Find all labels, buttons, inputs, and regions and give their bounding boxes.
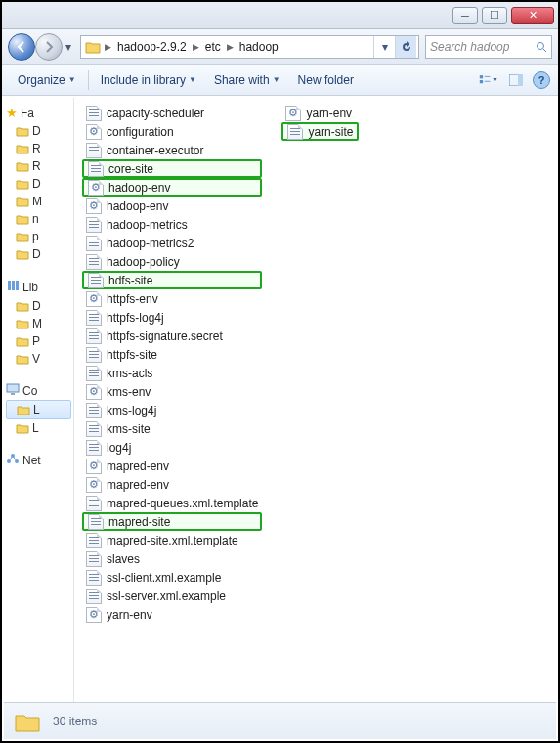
breadcrumb-item[interactable]: hadoop-2.9.2 bbox=[113, 40, 191, 54]
file-icon bbox=[86, 533, 102, 548]
refresh-button[interactable] bbox=[395, 36, 416, 58]
preview-pane-button[interactable] bbox=[505, 70, 527, 90]
file-item[interactable]: mapred-site.xml.template bbox=[82, 531, 262, 549]
file-item[interactable]: hdfs-site bbox=[82, 271, 262, 289]
file-item[interactable]: configuration bbox=[82, 122, 262, 141]
sidebar-item[interactable]: L bbox=[6, 419, 71, 437]
file-item[interactable]: container-executor bbox=[82, 141, 262, 159]
sidebar-item[interactable]: L bbox=[6, 400, 71, 419]
file-item[interactable]: kms-env bbox=[82, 382, 262, 401]
file-item[interactable]: ssl-client.xml.example bbox=[82, 568, 262, 587]
organize-menu[interactable]: Organize▼ bbox=[10, 69, 84, 91]
include-library-menu[interactable]: Include in library▼ bbox=[93, 69, 204, 91]
file-item[interactable]: kms-site bbox=[82, 419, 262, 438]
file-item[interactable]: hadoop-env bbox=[82, 178, 262, 197]
file-item[interactable]: httpfs-env bbox=[82, 289, 262, 308]
sidebar-network[interactable]: Net bbox=[6, 451, 71, 469]
file-item[interactable]: yarn-env bbox=[281, 104, 359, 122]
file-item[interactable]: mapred-env bbox=[82, 475, 262, 494]
file-name: hadoop-env bbox=[107, 199, 168, 213]
breadcrumb-item[interactable]: etc bbox=[201, 40, 225, 54]
file-name: core-site bbox=[108, 162, 153, 176]
sidebar-item[interactable]: M bbox=[6, 193, 71, 210]
folder-icon bbox=[16, 124, 29, 138]
file-pane[interactable]: capacity-schedulerconfigurationcontainer… bbox=[74, 98, 556, 702]
folder-icon bbox=[16, 195, 29, 208]
chevron-right-icon: ▶ bbox=[191, 42, 201, 52]
sidebar-item[interactable]: D bbox=[6, 297, 71, 315]
sidebar-item[interactable]: V bbox=[6, 350, 71, 368]
file-name: ssl-client.xml.example bbox=[107, 571, 221, 585]
file-name: kms-env bbox=[107, 385, 151, 399]
sidebar-item[interactable]: M bbox=[6, 315, 71, 332]
sidebar-item[interactable]: R bbox=[6, 157, 71, 175]
sidebar-favorites[interactable]: ★Fa bbox=[6, 104, 71, 122]
minimize-button[interactable]: ─ bbox=[452, 7, 478, 24]
file-item[interactable]: mapred-queues.xml.template bbox=[82, 494, 262, 512]
file-icon bbox=[86, 496, 102, 511]
file-icon bbox=[86, 570, 102, 586]
nav-buttons: ▾ bbox=[8, 33, 74, 61]
forward-button[interactable] bbox=[35, 33, 63, 61]
maximize-button[interactable]: ☐ bbox=[482, 7, 507, 24]
file-item[interactable]: core-site bbox=[82, 159, 262, 178]
file-icon bbox=[86, 106, 102, 121]
file-item[interactable]: mapred-site bbox=[82, 512, 262, 531]
svg-rect-6 bbox=[518, 74, 523, 86]
file-name: httpfs-log4j bbox=[107, 311, 164, 325]
folder-icon bbox=[16, 317, 29, 330]
breadcrumb[interactable]: ▶ hadoop-2.9.2 ▶ etc ▶ hadoop ▾ bbox=[80, 35, 419, 59]
close-button[interactable]: ✕ bbox=[511, 7, 554, 24]
new-folder-button[interactable]: New folder bbox=[290, 69, 362, 91]
item-count: 30 items bbox=[53, 715, 97, 728]
sidebar-computer[interactable]: Co bbox=[6, 381, 71, 400]
sidebar-item[interactable]: D bbox=[6, 175, 71, 193]
file-name: log4j bbox=[107, 441, 131, 455]
sidebar-libraries[interactable]: Lib bbox=[6, 277, 71, 297]
file-item[interactable]: mapred-env bbox=[82, 457, 262, 475]
help-button[interactable]: ? bbox=[533, 71, 550, 89]
file-item[interactable]: ssl-server.xml.example bbox=[82, 587, 262, 605]
file-item[interactable]: yarn-site bbox=[281, 122, 359, 141]
sidebar-item[interactable]: n bbox=[6, 210, 71, 228]
file-item[interactable]: hadoop-metrics2 bbox=[82, 234, 262, 252]
file-name: httpfs-signature.secret bbox=[107, 329, 223, 343]
file-item[interactable]: kms-log4j bbox=[82, 401, 262, 419]
svg-rect-7 bbox=[8, 281, 11, 290]
file-item[interactable]: kms-acls bbox=[82, 364, 262, 382]
file-item[interactable]: httpfs-log4j bbox=[82, 308, 262, 327]
sidebar-item[interactable]: p bbox=[6, 228, 71, 245]
sidebar-item[interactable]: D bbox=[6, 122, 71, 140]
file-icon bbox=[86, 366, 102, 381]
file-item[interactable]: log4j bbox=[82, 438, 262, 457]
file-item[interactable]: hadoop-policy bbox=[82, 252, 262, 271]
svg-point-0 bbox=[538, 42, 544, 49]
nav-history-dropdown[interactable]: ▾ bbox=[63, 37, 74, 57]
search-placeholder: Search hadoop bbox=[430, 40, 509, 54]
view-options-button[interactable]: ▼ bbox=[478, 70, 499, 90]
breadcrumb-dropdown[interactable]: ▾ bbox=[373, 36, 395, 58]
sidebar-item[interactable]: R bbox=[6, 140, 71, 157]
file-item[interactable]: slaves bbox=[82, 549, 262, 568]
back-button[interactable] bbox=[8, 33, 35, 61]
gear-file-icon bbox=[285, 106, 301, 121]
breadcrumb-item[interactable]: hadoop bbox=[236, 40, 282, 54]
file-item[interactable]: httpfs-signature.secret bbox=[82, 327, 262, 345]
folder-icon bbox=[16, 247, 29, 261]
file-item[interactable]: hadoop-env bbox=[82, 197, 262, 215]
search-input[interactable]: Search hadoop bbox=[425, 35, 552, 59]
folder-icon bbox=[16, 334, 29, 348]
sidebar-item[interactable]: P bbox=[6, 332, 71, 350]
file-icon bbox=[86, 217, 102, 233]
sidebar-item[interactable]: D bbox=[6, 245, 71, 263]
file-item[interactable]: hadoop-metrics bbox=[82, 215, 262, 234]
sidebar: ★Fa DRRDMnpD Lib DMPV Co LL Net bbox=[4, 98, 74, 702]
folder-icon bbox=[83, 37, 103, 57]
file-icon bbox=[86, 421, 102, 437]
file-name: yarn-env bbox=[107, 608, 152, 622]
folder-icon bbox=[16, 177, 29, 191]
file-item[interactable]: yarn-env bbox=[82, 605, 262, 624]
share-with-menu[interactable]: Share with▼ bbox=[206, 69, 288, 91]
file-item[interactable]: capacity-scheduler bbox=[82, 104, 262, 122]
file-item[interactable]: httpfs-site bbox=[82, 345, 262, 364]
